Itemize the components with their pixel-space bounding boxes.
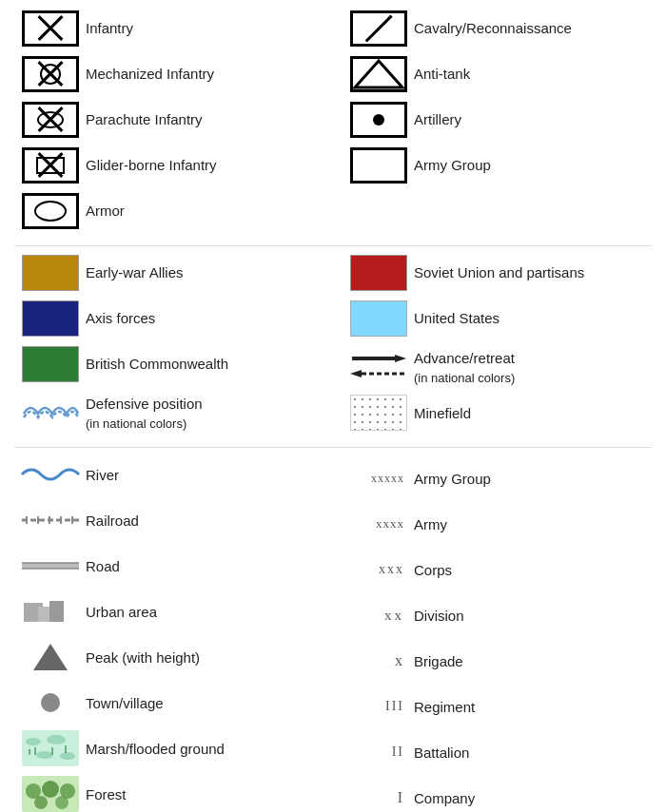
axis-label: Axis forces [86, 309, 155, 328]
parachute-item: Parachute Infantry [14, 101, 323, 139]
glider-item: Glider-borne Infantry [14, 146, 323, 184]
infantry-label: Infantry [86, 19, 133, 38]
battalion-item: II Battalion [343, 733, 652, 771]
peak-svg [31, 639, 69, 675]
regiment-symbol: III [343, 699, 414, 714]
early-war-icon [14, 255, 86, 291]
forest-icon [14, 776, 86, 812]
minefield-pattern [350, 395, 407, 431]
company-symbol: I [343, 789, 414, 806]
road-icon [14, 558, 86, 573]
urban-icon [14, 593, 86, 629]
early-war-item: Early-war Allies [14, 254, 323, 292]
town-dot [41, 693, 60, 712]
svg-marker-17 [33, 644, 68, 670]
river-item: River [14, 455, 323, 493]
corps-symbol: xxx [343, 562, 414, 577]
defensive-svg [19, 395, 81, 423]
cavalry-label: Cavalry/Reconnaissance [414, 19, 572, 38]
army-size-item: xxxx Army [343, 505, 652, 543]
company-label: Company [414, 789, 475, 808]
town-item: Town/village [14, 684, 323, 722]
advance-label: Advance/retreat(in national colors) [414, 349, 515, 386]
svg-point-31 [34, 796, 48, 809]
svg-point-22 [60, 752, 75, 760]
urban-label: Urban area [86, 603, 157, 622]
axis-icon [14, 300, 86, 337]
peak-item: Peak (with height) [14, 638, 323, 676]
marsh-label: Marsh/flooded ground [86, 740, 225, 759]
minefield-icon [343, 395, 414, 431]
army-group-size-label: Army Group [414, 470, 491, 489]
defensive-icon [14, 395, 86, 423]
soviet-swatch [350, 255, 407, 291]
railroad-label: Railroad [86, 512, 139, 531]
svg-point-20 [47, 735, 66, 744]
railroad-icon [14, 511, 86, 530]
armor-item: Armor [14, 192, 323, 230]
divider-1 [14, 245, 652, 246]
svg-marker-0 [355, 61, 402, 87]
road-label: Road [86, 557, 120, 576]
regiment-label: Regiment [414, 698, 475, 717]
corps-item: xxx Corps [343, 551, 652, 589]
artillery-item: Artillery [343, 101, 652, 139]
road-svg [17, 558, 84, 573]
brigade-item: x Brigade [343, 642, 652, 680]
brigade-label: Brigade [414, 652, 463, 671]
parachute-label: Parachute Infantry [86, 110, 203, 129]
regiment-item: III Regiment [343, 687, 652, 725]
antitank-item: Anti-tank [343, 55, 652, 93]
road-item: Road [14, 547, 323, 585]
cavalry-item: Cavalry/Reconnaissance [343, 10, 652, 48]
peak-label: Peak (with height) [86, 648, 200, 667]
mechanized-icon [14, 56, 86, 92]
early-war-label: Early-war Allies [86, 263, 184, 282]
artillery-label: Artillery [414, 110, 461, 129]
armor-label: Armor [86, 202, 125, 221]
us-item: United States [343, 300, 652, 338]
army-group-size-item: xxxxx Army Group [343, 459, 652, 497]
division-label: Division [414, 607, 464, 626]
division-item: xx Division [343, 596, 652, 634]
corps-label: Corps [414, 561, 452, 580]
svg-point-21 [36, 751, 53, 759]
svg-rect-11 [22, 563, 79, 569]
peak-icon [14, 639, 86, 675]
army-group-symbol-icon [343, 147, 414, 184]
british-swatch [22, 346, 79, 382]
urban-item: Urban area [14, 592, 323, 630]
advance-icon [343, 349, 414, 383]
minefield-label: Minefield [414, 404, 471, 423]
town-icon [14, 693, 86, 712]
british-icon [14, 346, 86, 382]
railroad-item: Railroad [14, 501, 323, 539]
svg-marker-4 [350, 370, 362, 377]
antitank-label: Anti-tank [414, 65, 470, 84]
forest-label: Forest [86, 785, 127, 804]
mechanized-item: Mechanized Infantry [14, 55, 323, 93]
svg-point-19 [26, 738, 41, 745]
defensive-label: Defensive position(in national colors) [86, 395, 203, 432]
marsh-svg [22, 730, 79, 766]
town-label: Town/village [86, 694, 164, 713]
axis-swatch [22, 300, 79, 337]
brigade-symbol: x [343, 652, 414, 669]
river-svg [17, 461, 84, 488]
parachute-icon [14, 102, 86, 138]
british-label: British Commonwealth [86, 355, 228, 374]
glider-icon [14, 147, 86, 184]
army-symbol: xxxx [343, 516, 414, 532]
divider-2 [14, 447, 652, 448]
glider-label: Glider-borne Infantry [86, 156, 217, 175]
advance-item: Advance/retreat(in national colors) [343, 345, 652, 386]
us-icon [343, 300, 414, 337]
svg-point-32 [55, 796, 69, 809]
soviet-icon [343, 255, 414, 291]
marsh-icon [14, 730, 86, 766]
minefield-item: Minefield [343, 394, 652, 432]
infantry-icon [14, 10, 86, 47]
svg-point-29 [42, 781, 59, 798]
svg-marker-2 [395, 355, 406, 362]
forest-svg [22, 776, 79, 812]
